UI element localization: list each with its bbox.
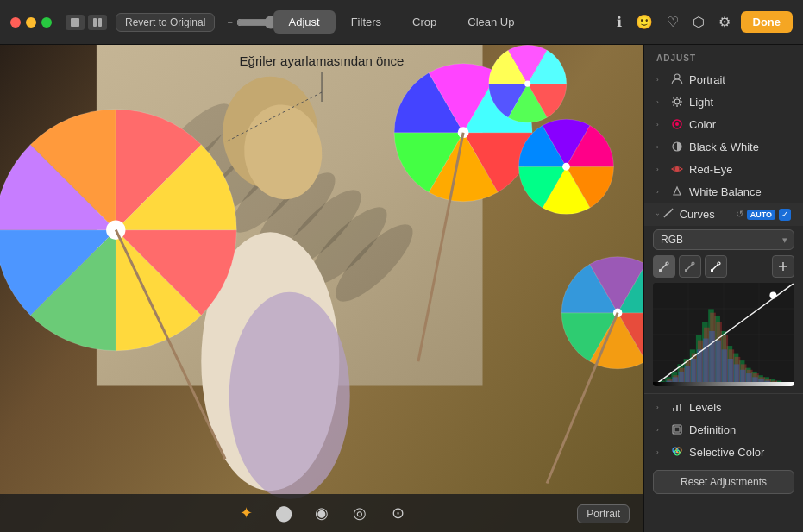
info-icon[interactable]: ℹ bbox=[613, 10, 625, 34]
adjust-label-definition: Definition bbox=[689, 423, 791, 436]
portrait-mode-label[interactable]: Portrait bbox=[577, 504, 630, 523]
circle-icon-4[interactable]: ⊙ bbox=[386, 501, 410, 525]
circle-icon-3[interactable]: ◎ bbox=[348, 501, 372, 525]
curves-graph[interactable] bbox=[653, 283, 794, 386]
emoji-icon[interactable]: 🙂 bbox=[632, 10, 656, 34]
settings-icon[interactable]: ⚙ bbox=[715, 10, 734, 34]
eyedropper-black-button[interactable] bbox=[653, 255, 675, 278]
svg-point-25 bbox=[718, 262, 720, 265]
chevron-icon: › bbox=[656, 166, 665, 173]
adjust-item-levels[interactable]: › Levels bbox=[644, 396, 803, 418]
color-icon bbox=[670, 117, 684, 131]
light-icon bbox=[670, 95, 684, 109]
heart-icon[interactable]: ♡ bbox=[663, 10, 682, 34]
adjust-label-levels: Levels bbox=[689, 401, 791, 414]
svg-point-19 bbox=[666, 262, 668, 265]
rgb-dropdown[interactable]: RGB Red Green Blue Luminance bbox=[653, 229, 794, 250]
whitebalance-icon bbox=[670, 185, 684, 198]
adjust-label-selectivecolor: Selective Color bbox=[689, 446, 791, 459]
chevron-icon: › bbox=[656, 188, 665, 196]
adjust-label-light: Light bbox=[689, 96, 791, 109]
svg-line-11 bbox=[680, 98, 681, 99]
split-view-button[interactable] bbox=[88, 15, 107, 30]
adjust-item-selectivecolor[interactable]: › Selective Color bbox=[644, 441, 803, 463]
adjust-item-curves[interactable]: › Curves ↺ AUTO ✓ bbox=[644, 203, 803, 226]
rgb-select-wrapper: RGB Red Green Blue Luminance bbox=[653, 229, 794, 250]
add-point-button[interactable] bbox=[772, 255, 794, 278]
chevron-icon: › bbox=[656, 404, 665, 411]
adjust-item-definition[interactable]: › Definition bbox=[644, 418, 803, 441]
photo-canvas bbox=[0, 45, 643, 532]
svg-line-20 bbox=[687, 264, 693, 270]
svg-point-16 bbox=[675, 167, 680, 172]
zoom-minus-icon: − bbox=[227, 17, 232, 28]
eyedropper-white-button[interactable] bbox=[705, 255, 727, 278]
close-button[interactable] bbox=[10, 17, 21, 28]
main-area: Eğriler ayarlamasından önce ✦ ⬤ ◉ ◎ ⊙ Po… bbox=[0, 45, 803, 532]
right-panel: ADJUST › Portrait › Light › Color bbox=[643, 45, 803, 532]
adjust-label-color: Color bbox=[689, 118, 791, 131]
svg-rect-0 bbox=[71, 18, 79, 27]
adjust-label-redeye: Red-Eye bbox=[689, 163, 791, 176]
photo-area: Eğriler ayarlamasından önce ✦ ⬤ ◉ ◎ ⊙ Po… bbox=[0, 45, 643, 532]
adjust-label-portrait: Portrait bbox=[689, 73, 791, 86]
curves-canvas bbox=[653, 283, 794, 386]
svg-rect-24 bbox=[711, 269, 713, 272]
circle-icon-1[interactable]: ⬤ bbox=[272, 501, 296, 525]
svg-point-3 bbox=[674, 74, 680, 79]
svg-line-10 bbox=[680, 104, 681, 105]
adjust-item-redeye[interactable]: › Red-Eye bbox=[644, 158, 803, 180]
adjust-label-whitebalance: White Balance bbox=[689, 185, 791, 198]
minimize-button[interactable] bbox=[26, 17, 36, 28]
chevron-icon: › bbox=[656, 98, 665, 106]
adjust-item-whitebalance[interactable]: › White Balance bbox=[644, 180, 803, 203]
chevron-icon: › bbox=[656, 121, 665, 128]
svg-rect-32 bbox=[674, 427, 680, 432]
eyedropper-mid-button[interactable] bbox=[679, 255, 701, 278]
svg-rect-30 bbox=[680, 404, 681, 411]
svg-rect-28 bbox=[673, 408, 674, 411]
chevron-icon: › bbox=[656, 143, 665, 151]
circle-icon-2[interactable]: ◉ bbox=[310, 501, 334, 525]
adjust-item-blackwhite[interactable]: › Black & White bbox=[644, 135, 803, 158]
curves-icon bbox=[662, 207, 676, 222]
blackwhite-icon bbox=[670, 140, 684, 153]
tab-cleanup[interactable]: Clean Up bbox=[452, 10, 530, 34]
toolbar-right: ℹ 🙂 ♡ ⬡ ⚙ Done bbox=[613, 10, 794, 34]
tab-crop[interactable]: Crop bbox=[397, 10, 452, 34]
svg-rect-21 bbox=[685, 269, 687, 272]
done-button[interactable]: Done bbox=[741, 11, 794, 33]
selectivecolor-icon bbox=[670, 445, 684, 459]
redeye-icon bbox=[670, 162, 684, 176]
view-toggle bbox=[66, 15, 107, 30]
portrait-icon bbox=[670, 72, 684, 86]
svg-rect-2 bbox=[98, 18, 102, 27]
curves-chevron-icon: › bbox=[654, 213, 662, 216]
adjust-item-portrait[interactable]: › Portrait bbox=[644, 68, 803, 91]
svg-rect-1 bbox=[93, 18, 97, 27]
chevron-icon: › bbox=[656, 426, 665, 434]
reset-adjustments-button[interactable]: Reset Adjustments bbox=[653, 470, 794, 494]
panel-title: ADJUST bbox=[644, 45, 803, 68]
svg-point-4 bbox=[674, 99, 680, 104]
chevron-icon: › bbox=[656, 76, 665, 84]
curves-undo-icon[interactable]: ↺ bbox=[736, 209, 743, 220]
revert-button[interactable]: Revert to Original bbox=[116, 13, 215, 32]
tab-filters[interactable]: Filters bbox=[336, 10, 397, 34]
titlebar: Revert to Original − + Adjust Filters Cr… bbox=[0, 0, 803, 45]
auto-check-icon[interactable]: ✓ bbox=[779, 209, 791, 221]
svg-line-17 bbox=[661, 264, 667, 270]
curves-tools bbox=[644, 253, 803, 281]
adjust-item-color[interactable]: › Color bbox=[644, 113, 803, 135]
share-icon[interactable]: ⬡ bbox=[689, 10, 708, 34]
magic-wand-icon[interactable]: ✦ bbox=[234, 501, 258, 525]
panel-divider-1 bbox=[644, 393, 803, 394]
traffic-lights bbox=[10, 17, 52, 28]
adjust-item-light[interactable]: › Light bbox=[644, 91, 803, 113]
single-view-button[interactable] bbox=[66, 15, 85, 30]
tab-adjust[interactable]: Adjust bbox=[273, 10, 336, 34]
levels-icon bbox=[670, 400, 684, 414]
adjust-label-blackwhite: Black & White bbox=[689, 141, 791, 153]
auto-badge: AUTO bbox=[747, 210, 775, 220]
maximize-button[interactable] bbox=[41, 17, 52, 28]
